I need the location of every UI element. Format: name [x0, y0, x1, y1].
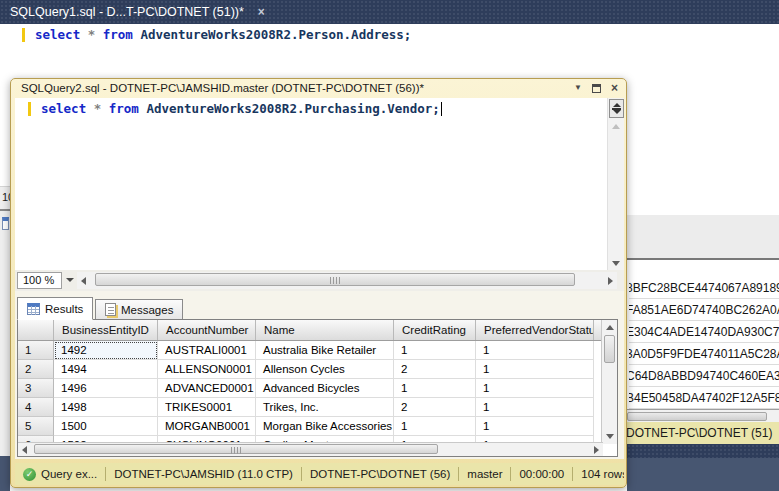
- document-tab-strip: SQLQuery1.sql - D...T-PC\DOTNET (51))* ×: [0, 0, 779, 24]
- floating-query-window[interactable]: SQLQuery2.sql - DOTNET-PC\JAMSHID.master…: [10, 78, 627, 488]
- status-text: Query ex...: [41, 468, 97, 480]
- main-window-bottom-area: [627, 444, 779, 491]
- background-code-line: select * from AdventureWorks2008R2.Perso…: [22, 27, 411, 42]
- cell[interactable]: 1: [476, 341, 594, 360]
- cell[interactable]: 1496: [54, 379, 158, 398]
- grid-horizontal-scrollbar[interactable]: [18, 442, 603, 456]
- query-editor[interactable]: select * from AdventureWorks2008R2.Purch…: [15, 98, 607, 270]
- row-number[interactable]: 1: [18, 341, 54, 360]
- success-check-icon: ✓: [23, 468, 36, 481]
- tab-sqlquery1-title: SQLQuery1.sql - D...T-PC\DOTNET (51))*: [10, 5, 244, 19]
- scroll-up-icon[interactable]: [606, 325, 614, 330]
- zoom-level-select[interactable]: 100 %: [17, 272, 62, 289]
- scroll-up-icon[interactable]: [612, 124, 620, 129]
- column-header-name[interactable]: Name: [256, 320, 394, 340]
- background-status-bar: DOTNET-PC\DOTNET (51) master: [627, 422, 779, 444]
- floating-window-title: SQLQuery2.sql - DOTNET-PC\JAMSHID.master…: [21, 82, 424, 94]
- row-number[interactable]: 3: [18, 379, 54, 398]
- row-number[interactable]: 4: [18, 398, 54, 417]
- cell[interactable]: 1: [394, 417, 476, 436]
- background-zoom-fragment: 10: [2, 191, 10, 203]
- editor-bottom-bar: 100 %: [15, 270, 624, 291]
- cell[interactable]: 1: [476, 379, 594, 398]
- cell[interactable]: 2: [394, 360, 476, 379]
- table-row: 3 1496 ADVANCED0001 Advanced Bicycles 1 …: [18, 379, 617, 398]
- background-splitter-line: [627, 258, 779, 262]
- tab-messages[interactable]: Messages: [95, 299, 183, 320]
- tab-sqlquery1[interactable]: SQLQuery1.sql - D...T-PC\DOTNET (51))* ×: [0, 0, 273, 24]
- text-caret: [441, 102, 442, 116]
- cell[interactable]: 1: [476, 417, 594, 436]
- cell-selected[interactable]: 1492: [54, 341, 158, 360]
- keyword-from: from: [103, 27, 133, 42]
- zoom-dropdown-icon[interactable]: [66, 278, 74, 282]
- background-status-server: DOTNET-PC\DOTNET (51): [627, 426, 772, 440]
- column-header-businessentityid[interactable]: BusinessEntityID: [54, 320, 158, 340]
- rowguid-cell: 3A0D5F9FDE474011A5C28A7C: [629, 343, 779, 365]
- cell[interactable]: Allenson Cycles: [256, 360, 394, 379]
- column-header-preferredvendorstatus[interactable]: PreferredVendorStatus: [476, 320, 594, 340]
- maximize-icon[interactable]: [592, 84, 601, 93]
- cell[interactable]: 1494: [54, 360, 158, 379]
- keyword-from: from: [109, 101, 139, 116]
- table-identifier: AdventureWorks2008R2.Purchasing.Vendor;: [146, 101, 440, 116]
- scroll-down-icon[interactable]: [606, 434, 614, 439]
- row-number[interactable]: 2: [18, 360, 54, 379]
- column-header-creditrating[interactable]: CreditRating: [394, 320, 476, 340]
- scroll-right-icon[interactable]: [594, 446, 599, 454]
- scroll-left-icon[interactable]: [81, 277, 86, 285]
- rowguid-cell: C64D8ABBD94740C460EA3FD8: [629, 365, 779, 387]
- status-server-instance: DOTNET-PC\JAMSHID (11.0 CTP): [106, 468, 301, 480]
- cell[interactable]: 1: [476, 398, 594, 417]
- scroll-left-icon[interactable]: [22, 446, 27, 454]
- floating-window-buttons: ▼ ×: [574, 81, 618, 95]
- tab-close-icon[interactable]: ×: [258, 5, 265, 19]
- cell[interactable]: ADVANCED0001: [158, 379, 256, 398]
- scrollbar-thumb[interactable]: [604, 335, 615, 363]
- editor-vertical-scrollbar[interactable]: [607, 98, 624, 270]
- results-grid-icon: [27, 303, 40, 315]
- tab-results[interactable]: Results: [17, 297, 93, 320]
- star-operator: *: [94, 101, 102, 116]
- rowguid-cell: FA851AE6D74740BC262A0A03: [629, 299, 779, 321]
- scrollbar-thumb[interactable]: [34, 444, 438, 454]
- cell[interactable]: 1: [394, 379, 476, 398]
- cell[interactable]: Trikes, Inc.: [256, 398, 394, 417]
- row-number[interactable]: 5: [18, 417, 54, 436]
- cell[interactable]: 1: [476, 360, 594, 379]
- scrollbar-thumb[interactable]: [95, 273, 575, 286]
- cell[interactable]: MORGANB0001: [158, 417, 256, 436]
- grid-vertical-scrollbar[interactable]: [601, 320, 617, 444]
- change-tracking-bar: [22, 28, 25, 42]
- window-menu-icon[interactable]: ▼: [574, 81, 582, 95]
- messages-icon: [105, 303, 116, 316]
- main-window-bottom-left: [0, 456, 10, 491]
- background-left-fragment: 10: [0, 186, 10, 456]
- table-row: 1 1492 AUSTRALI0001 Australia Bike Retai…: [18, 341, 617, 360]
- cell[interactable]: Advanced Bicycles: [256, 379, 394, 398]
- editor-horizontal-scrollbar[interactable]: [77, 272, 617, 289]
- scroll-right-icon[interactable]: [608, 277, 613, 285]
- cell[interactable]: AUSTRALI0001: [158, 341, 256, 360]
- table-row: 5 1500 MORGANB0001 Morgan Bike Accessori…: [18, 417, 617, 436]
- splitter-handle-icon[interactable]: [609, 99, 624, 118]
- tab-messages-label: Messages: [121, 304, 173, 316]
- cell[interactable]: 1500: [54, 417, 158, 436]
- cell[interactable]: ALLENSON0001: [158, 360, 256, 379]
- column-header-rownum[interactable]: [18, 320, 54, 340]
- background-horizontal-scrollbar[interactable]: [627, 409, 779, 422]
- cell[interactable]: TRIKES0001: [158, 398, 256, 417]
- query-status-bar: ✓ Query ex... DOTNET-PC\JAMSHID (11.0 CT…: [15, 463, 624, 485]
- results-panel: Results Messages BusinessEntityID Accoun…: [15, 291, 624, 459]
- keyword-select: select: [41, 101, 86, 116]
- rowguid-cell: B4E50458DA47402F12A5F80C: [629, 387, 779, 409]
- cell[interactable]: 1: [394, 341, 476, 360]
- cell[interactable]: 2: [394, 398, 476, 417]
- cell[interactable]: Australia Bike Retailer: [256, 341, 394, 360]
- cell[interactable]: Morgan Bike Accessories: [256, 417, 394, 436]
- column-header-accountnumber[interactable]: AccountNumber: [158, 320, 256, 340]
- cell[interactable]: 1498: [54, 398, 158, 417]
- scroll-down-icon[interactable]: [612, 261, 620, 266]
- grid-header-row: BusinessEntityID AccountNumber Name Cred…: [18, 320, 617, 341]
- close-icon[interactable]: ×: [611, 81, 618, 95]
